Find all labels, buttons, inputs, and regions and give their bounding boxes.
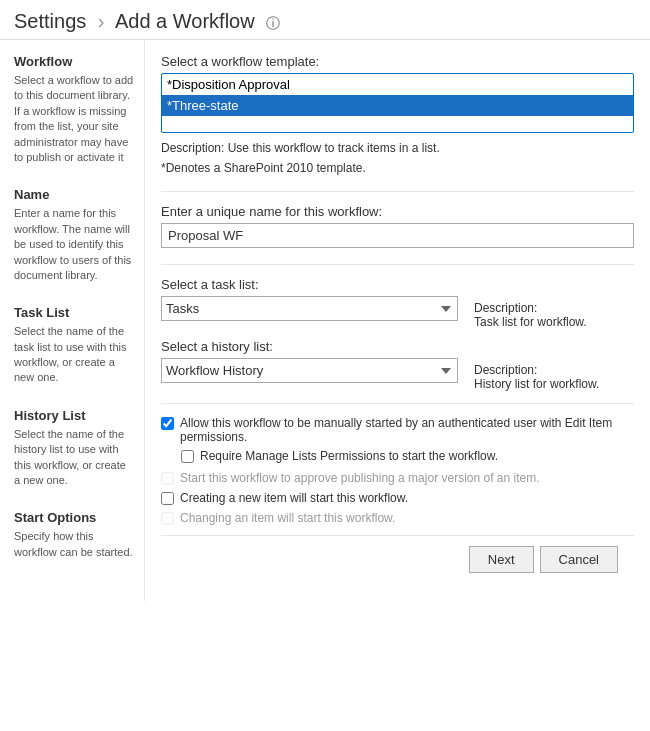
start-options-section: Allow this workflow to be manually start… — [161, 416, 634, 525]
denotes-note: *Denotes a SharePoint 2010 template. — [161, 161, 634, 175]
template-listbox[interactable]: *Disposition Approval *Three-state — [161, 73, 634, 133]
sidebar-heading-task-list: Task List — [14, 305, 134, 320]
history-list-desc-label: Description: — [474, 363, 537, 377]
template-label: Select a workflow template: — [161, 54, 634, 69]
next-button[interactable]: Next — [469, 546, 534, 573]
creating-new-label: Creating a new item will start this work… — [180, 491, 408, 505]
workflow-name-input[interactable] — [161, 223, 634, 248]
sidebar-section-name: Name Enter a name for this workflow. The… — [14, 187, 134, 283]
task-list-label: Select a task list: — [161, 277, 458, 292]
template-option-three-state[interactable]: *Three-state — [162, 95, 633, 116]
history-list-description: Description: History list for workflow. — [474, 339, 634, 391]
sidebar-section-history-list: History List Select the name of the hist… — [14, 408, 134, 489]
history-list-row: Select a history list: Workflow History … — [161, 339, 634, 391]
page-header: Settings › Add a Workflow ⓘ — [0, 0, 650, 40]
template-desc-text: Use this workflow to track items in a li… — [228, 141, 440, 155]
sidebar-heading-name: Name — [14, 187, 134, 202]
name-section: Enter a unique name for this workflow: 5 — [161, 204, 634, 248]
denotes-text: *Denotes a SharePoint 2010 template. — [161, 161, 366, 175]
breadcrumb-separator: › — [98, 10, 105, 32]
sidebar-heading-start-options: Start Options — [14, 510, 134, 525]
changing-item-label: Changing an item will start this workflo… — [180, 511, 395, 525]
sidebar-desc-name: Enter a name for this workflow. The name… — [14, 206, 134, 283]
info-icon[interactable]: ⓘ — [266, 15, 280, 31]
task-list-left: Select a task list: Tasks Workflow Tasks — [161, 277, 458, 321]
main-content: Workflow Select a workflow to add to thi… — [0, 40, 650, 601]
require-manage-row: Require Manage Lists Permissions to star… — [181, 449, 624, 463]
changing-item-row: Changing an item will start this workflo… — [161, 511, 624, 525]
task-list-desc-label: Description: — [474, 301, 537, 315]
approve-publishing-row: Start this workflow to approve publishin… — [161, 471, 624, 485]
require-manage-label: Require Manage Lists Permissions to star… — [200, 449, 498, 463]
allow-manual-checkbox[interactable] — [161, 417, 174, 430]
history-list-left: Select a history list: Workflow History … — [161, 339, 458, 383]
task-list-section: Select a task list: Tasks Workflow Tasks… — [161, 277, 634, 391]
require-manage-checkbox[interactable] — [181, 450, 194, 463]
task-list-desc-text: Task list for workflow. — [474, 315, 587, 329]
sidebar-section-workflow: Workflow Select a workflow to add to thi… — [14, 54, 134, 165]
sidebar-section-task-list: Task List Select the name of the task li… — [14, 305, 134, 386]
breadcrumb-settings[interactable]: Settings — [14, 10, 86, 32]
history-list-dropdown[interactable]: Workflow History History — [161, 358, 458, 383]
approve-publishing-checkbox[interactable] — [161, 472, 174, 485]
sidebar-section-start-options: Start Options Specify how this workflow … — [14, 510, 134, 560]
sidebar: Workflow Select a workflow to add to thi… — [0, 40, 145, 601]
sidebar-heading-history-list: History List — [14, 408, 134, 423]
template-option-disposition[interactable]: *Disposition Approval — [162, 74, 633, 95]
form-area: Select a workflow template: *Disposition… — [145, 40, 650, 601]
history-list-desc-text: History list for workflow. — [474, 377, 599, 391]
changing-item-checkbox[interactable] — [161, 512, 174, 525]
creating-new-row: Creating a new item will start this work… — [161, 491, 624, 505]
template-description-block: Description: Use this workflow to track … — [161, 141, 634, 155]
allow-manual-row: Allow this workflow to be manually start… — [161, 416, 624, 444]
sidebar-desc-history-list: Select the name of the history list to u… — [14, 427, 134, 489]
sidebar-heading-workflow: Workflow — [14, 54, 134, 69]
task-list-dropdown[interactable]: Tasks Workflow Tasks — [161, 296, 458, 321]
template-desc-label: Description: — [161, 141, 224, 155]
approve-publishing-label: Start this workflow to approve publishin… — [180, 471, 540, 485]
page-title: Add a Workflow — [115, 10, 255, 32]
cancel-button[interactable]: Cancel — [540, 546, 618, 573]
button-row: Next Cancel 8 — [161, 535, 634, 587]
name-label: Enter a unique name for this workflow: — [161, 204, 634, 219]
creating-new-checkbox[interactable] — [161, 492, 174, 505]
task-list-description: Description: Task list for workflow. — [474, 277, 634, 329]
sidebar-desc-workflow: Select a workflow to add to this documen… — [14, 73, 134, 165]
task-list-row: Select a task list: Tasks Workflow Tasks… — [161, 277, 634, 329]
template-section: Select a workflow template: *Disposition… — [161, 54, 634, 175]
allow-manual-label: Allow this workflow to be manually start… — [180, 416, 624, 444]
sidebar-desc-task-list: Select the name of the task list to use … — [14, 324, 134, 386]
sidebar-desc-start-options: Specify how this workflow can be started… — [14, 529, 134, 560]
history-list-label: Select a history list: — [161, 339, 458, 354]
